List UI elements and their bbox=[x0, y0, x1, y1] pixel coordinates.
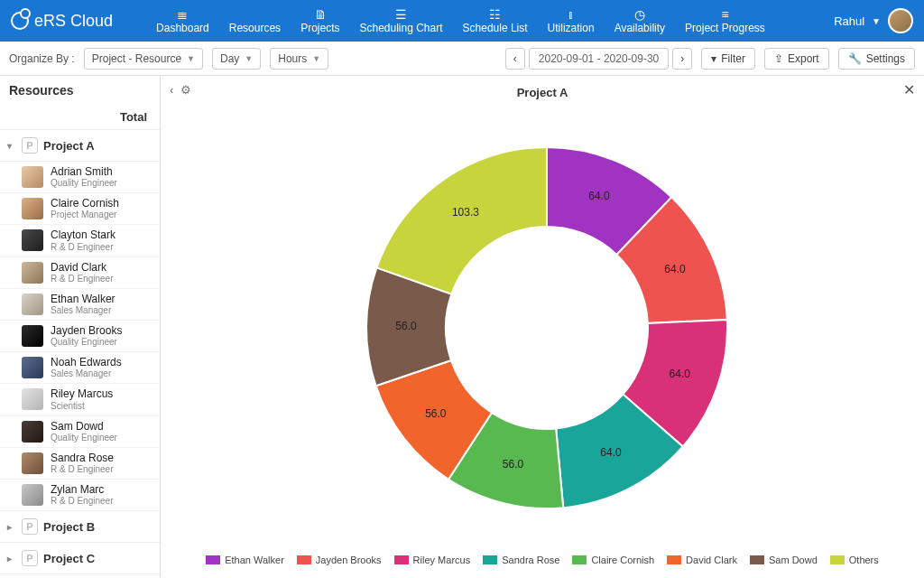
resource-role: Scientist bbox=[51, 401, 113, 411]
resource-item[interactable]: Riley MarcusScientist bbox=[0, 384, 160, 415]
resource-avatar bbox=[22, 325, 43, 347]
top-nav: ≣Dashboard👤Resources🗎Projects☰Scheduling… bbox=[149, 4, 834, 38]
resource-avatar bbox=[22, 452, 43, 474]
user-name: Rahul bbox=[834, 14, 864, 28]
resource-item[interactable]: Zylan MarcR & D Engineer bbox=[0, 480, 160, 511]
project-badge: P bbox=[22, 518, 38, 535]
nav-icon: ≣ bbox=[156, 7, 209, 22]
donut-segment[interactable] bbox=[376, 147, 547, 294]
resource-avatar bbox=[22, 262, 43, 284]
project-row[interactable]: ▸PProject B bbox=[0, 511, 160, 543]
legend-swatch bbox=[206, 555, 220, 564]
legend-swatch bbox=[830, 555, 845, 564]
nav-icon: ☷ bbox=[463, 7, 528, 22]
resource-name: Zylan Marc bbox=[51, 484, 113, 496]
brand-logo[interactable]: eRS Cloud bbox=[11, 12, 113, 31]
project-badge: P bbox=[22, 550, 38, 566]
project-row[interactable]: ▸PProject C bbox=[0, 543, 160, 574]
filter-button[interactable]: ▾ Filter bbox=[701, 48, 755, 70]
period-select[interactable]: Day ▼ bbox=[212, 48, 261, 70]
topbar: eRS Cloud ≣Dashboard👤Resources🗎Projects☰… bbox=[0, 0, 924, 42]
resource-name: Riley Marcus bbox=[51, 388, 113, 400]
nav-scheduling-chart[interactable]: ☰Scheduling Chart bbox=[352, 4, 449, 38]
legend-label: Ethan Walker bbox=[225, 555, 284, 565]
legend-swatch bbox=[667, 555, 681, 564]
date-next-button[interactable]: › bbox=[672, 48, 692, 70]
nav-schedule-list[interactable]: ☷Schedule List bbox=[456, 4, 535, 38]
resource-role: R & D Engineer bbox=[51, 274, 113, 284]
resource-item[interactable]: Jayden BrooksQuality Engineer bbox=[0, 321, 160, 352]
resource-avatar bbox=[22, 388, 43, 410]
nav-icon: ≡ bbox=[685, 7, 765, 22]
resource-name: David Clark bbox=[51, 262, 113, 274]
user-avatar bbox=[888, 8, 913, 33]
user-menu[interactable]: Rahul ▼ bbox=[834, 8, 913, 33]
resource-item[interactable]: Claire CornishProject Manager bbox=[0, 193, 160, 225]
legend-label: Sandra Rose bbox=[502, 555, 559, 565]
date-prev-button[interactable]: ‹ bbox=[505, 48, 525, 70]
legend-item[interactable]: Sandra Rose bbox=[483, 555, 559, 565]
resource-role: Project Manager bbox=[51, 210, 119, 219]
sidebar-title: Resources bbox=[0, 76, 160, 105]
chart-title: Project A bbox=[161, 86, 924, 99]
segment-label: 64.0 bbox=[588, 190, 610, 202]
project-badge: P bbox=[22, 137, 38, 154]
sidebar-total-label: Total bbox=[0, 105, 160, 130]
legend-item[interactable]: Claire Cornish bbox=[572, 555, 654, 565]
nav-icon: ⫾ bbox=[548, 7, 595, 22]
chevron-down-icon: ▼ bbox=[245, 54, 253, 63]
resource-avatar bbox=[22, 166, 43, 188]
nav-projects[interactable]: 🗎Projects bbox=[293, 4, 346, 38]
resource-item[interactable]: Ethan WalkerSales Manager bbox=[0, 289, 160, 321]
brand-name: eRS Cloud bbox=[34, 12, 113, 31]
resource-role: Sales Manager bbox=[51, 305, 116, 315]
resource-role: Quality Engineer bbox=[51, 337, 122, 347]
export-icon: ⇪ bbox=[774, 52, 783, 65]
legend-item[interactable]: Others bbox=[830, 555, 879, 565]
resource-item[interactable]: Clayton StarkR & D Engineer bbox=[0, 225, 160, 256]
resources-sidebar: Resources Total ▾PProject AAdrian SmithQ… bbox=[0, 76, 161, 578]
chevron-icon: ▸ bbox=[7, 554, 16, 564]
resource-role: Quality Engineer bbox=[51, 433, 117, 443]
units-select[interactable]: Hours ▼ bbox=[270, 48, 328, 70]
chevron-icon: ▸ bbox=[7, 522, 16, 532]
main: Resources Total ▾PProject AAdrian SmithQ… bbox=[0, 76, 924, 578]
resource-item[interactable]: Sam DowdQuality Engineer bbox=[0, 416, 160, 448]
chevron-down-icon: ▼ bbox=[872, 16, 881, 26]
resource-avatar bbox=[22, 421, 43, 443]
nav-availability[interactable]: ◷Availability bbox=[607, 4, 672, 38]
nav-resources[interactable]: 👤Resources bbox=[222, 4, 288, 38]
chevron-down-icon: ▼ bbox=[312, 54, 320, 63]
settings-button[interactable]: 🔧 Settings bbox=[838, 48, 915, 70]
project-name: Project C bbox=[43, 552, 95, 565]
nav-icon: 🗎 bbox=[300, 7, 339, 22]
resource-avatar bbox=[22, 484, 43, 506]
organize-by-select[interactable]: Project - Resource ▼ bbox=[84, 48, 203, 70]
date-navigator: ‹ 2020-09-01 - 2020-09-30 › bbox=[505, 48, 692, 70]
legend-item[interactable]: Sam Dowd bbox=[750, 555, 818, 565]
export-button[interactable]: ⇪ Export bbox=[764, 48, 829, 70]
date-range-display[interactable]: 2020-09-01 - 2020-09-30 bbox=[529, 48, 669, 70]
legend-swatch bbox=[297, 555, 311, 564]
donut-chart: 64.064.064.064.056.056.056.0103.3 bbox=[290, 116, 795, 531]
resource-item[interactable]: Noah EdwardsSales Manager bbox=[0, 352, 160, 384]
resource-item[interactable]: David ClarkR & D Engineer bbox=[0, 257, 160, 289]
legend-label: Sam Dowd bbox=[769, 555, 818, 565]
legend-item[interactable]: Ethan Walker bbox=[206, 555, 284, 565]
resource-name: Ethan Walker bbox=[51, 294, 116, 305]
project-row[interactable]: ▾PProject A bbox=[0, 130, 160, 162]
chevron-down-icon: ▼ bbox=[187, 54, 195, 63]
nav-dashboard[interactable]: ≣Dashboard bbox=[149, 4, 217, 38]
legend-item[interactable]: Riley Marcus bbox=[394, 555, 471, 565]
resource-name: Clayton Stark bbox=[51, 229, 116, 241]
legend-item[interactable]: Jayden Brooks bbox=[297, 555, 382, 565]
resource-name: Claire Cornish bbox=[51, 198, 119, 210]
resource-item[interactable]: Adrian SmithQuality Engineer bbox=[0, 162, 160, 193]
legend-item[interactable]: David Clark bbox=[667, 555, 737, 565]
nav-utilization[interactable]: ⫾Utilization bbox=[541, 4, 602, 38]
legend-swatch bbox=[750, 555, 764, 564]
nav-icon: ◷ bbox=[614, 7, 665, 22]
nav-project-progress[interactable]: ≡Project Progress bbox=[678, 4, 772, 38]
resource-item[interactable]: Sandra RoseR & D Engineer bbox=[0, 448, 160, 480]
resource-avatar bbox=[22, 294, 43, 315]
